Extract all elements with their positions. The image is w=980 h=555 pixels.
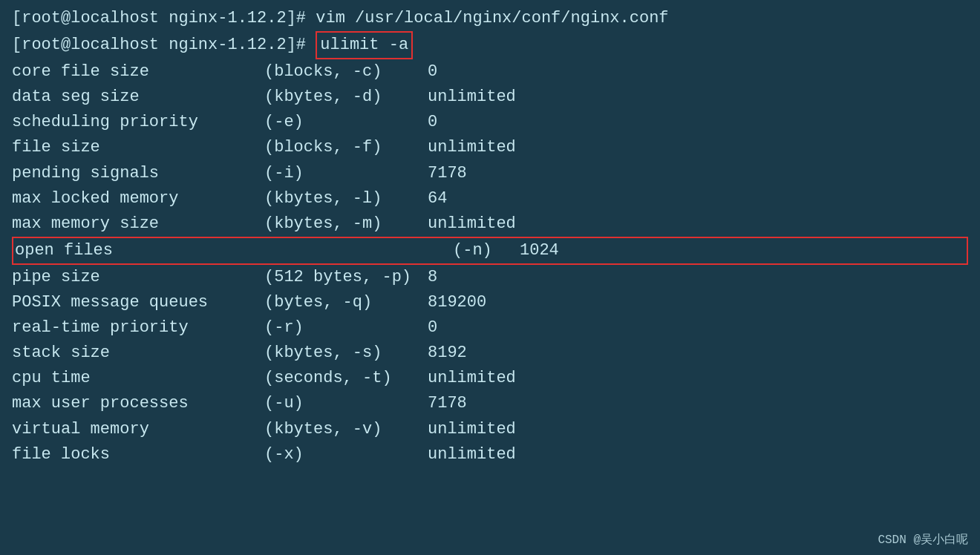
output-data-seg-size: data seg size(kbytes, -d)unlimited <box>12 85 968 110</box>
output-pipe-size: pipe size(512 bytes, -p)8 <box>12 265 968 290</box>
output-pending-signals: pending signals(-i)7178 <box>12 161 968 186</box>
terminal: [root@localhost nginx-1.12.2]# vim /usr/… <box>0 0 980 555</box>
output-stack-size: stack size(kbytes, -s)8192 <box>12 341 968 366</box>
terminal-line-vim: [root@localhost nginx-1.12.2]# vim /usr/… <box>12 6 968 31</box>
output-max-memory-size: max memory size(kbytes, -m)unlimited <box>12 211 968 237</box>
output-scheduling-priority: scheduling priority(-e)0 <box>12 110 968 135</box>
terminal-line-ulimit: [root@localhost nginx-1.12.2]# ulimit -a <box>12 31 968 59</box>
output-max-user-processes: max user processes(-u)7178 <box>12 391 968 416</box>
prompt-ulimit: [root@localhost nginx-1.12.2]# <box>12 33 316 58</box>
output-file-locks: file locks(-x)unlimited <box>12 442 968 467</box>
output-virtual-memory: virtual memory(kbytes, -v)unlimited <box>12 417 968 442</box>
output-core-file-size: core file size(blocks, -c)0 <box>12 59 968 85</box>
output-posix-message-queues: POSIX message queues(bytes, -q)819200 <box>12 290 968 315</box>
output-max-locked-memory: max locked memory(kbytes, -l)64 <box>12 186 968 211</box>
watermark: CSDN @吴小白呢 <box>878 532 968 548</box>
output-realtime-priority: real-time priority(-r)0 <box>12 315 968 341</box>
output-open-files-highlighted: open files(-n)1024 <box>12 237 968 265</box>
output-file-size: file size(blocks, -f)unlimited <box>12 135 968 160</box>
ulimit-command-highlight: ulimit -a <box>316 31 413 59</box>
prompt-vim: [root@localhost nginx-1.12.2]# vim /usr/… <box>12 6 669 31</box>
output-cpu-time: cpu time(seconds, -t)unlimited <box>12 366 968 391</box>
